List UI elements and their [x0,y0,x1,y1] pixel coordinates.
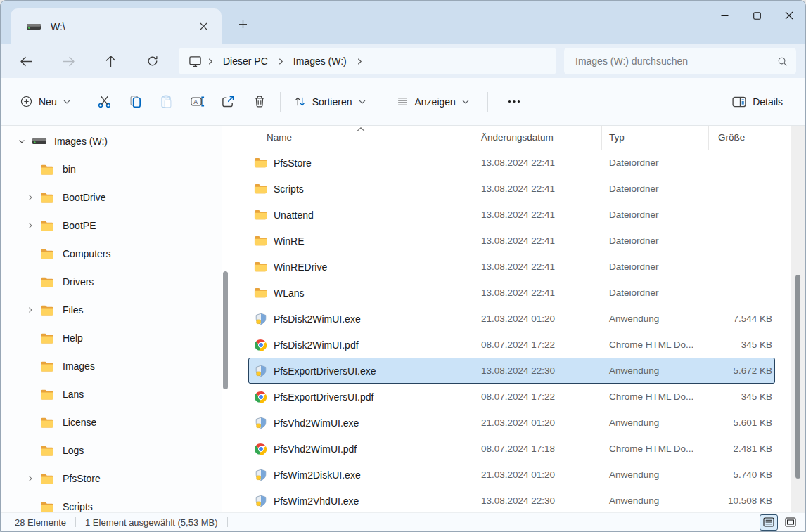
sidebar-item-label: Logs [63,445,84,456]
file-row-pfsdisk2wimui-exe[interactable]: PfsDisk2WimUI.exe21.03.2024 01:20Anwendu… [248,306,775,332]
file-type-cell: Chrome HTML Do... [602,443,709,454]
file-row-winre[interactable]: WinRE13.08.2024 22:41Dateiordner [248,228,775,254]
vertical-scrollbar-thumb[interactable] [795,275,800,479]
file-name-cell: WinREDrive [248,260,473,273]
copy-icon[interactable] [120,88,151,116]
chevron-right-icon[interactable] [272,58,289,65]
file-date-cell: 13.08.2024 22:30 [473,495,602,506]
explorer-tab[interactable]: W:\ [11,8,222,44]
sidebar-item-images[interactable]: Images [4,352,219,380]
vertical-scrollbar[interactable] [791,126,805,512]
details-pane-button[interactable]: Details [724,88,791,116]
toolbar: Neu A Sortieren [1,78,805,126]
file-row-pfsvhd2wimui-exe[interactable]: PfsVhd2WimUI.exe21.03.2024 01:20Anwendun… [248,410,775,436]
new-plus-icon [20,96,32,108]
file-row-winredrive[interactable]: WinREDrive13.08.2024 22:41Dateiordner [248,254,775,280]
sidebar-item-bootpe[interactable]: BootPE [4,212,219,240]
search-icon[interactable] [777,56,788,67]
file-row-wlans[interactable]: WLans13.08.2024 22:41Dateiordner [248,280,775,306]
new-button[interactable]: Neu [12,88,79,116]
sidebar-item-logs[interactable]: Logs [4,436,219,465]
view-button-label: Anzeigen [415,96,456,108]
chevron-right-icon[interactable] [20,474,40,483]
paste-icon[interactable] [151,88,182,116]
chevron-right-icon[interactable] [20,193,40,202]
forward-icon[interactable] [54,48,82,74]
sidebar-item-drivers[interactable]: Drivers [4,268,219,296]
exe-shield-icon [254,416,267,429]
sort-arrows-icon [294,96,306,108]
sidebar-item-computers[interactable]: Computers [4,240,219,268]
search-input[interactable] [574,55,777,67]
sidebar-item-help[interactable]: Help [4,324,219,352]
sidebar-scrollbar-thumb[interactable] [223,271,228,389]
sidebar-item-scripts[interactable]: Scripts [4,493,219,512]
refresh-icon[interactable] [139,48,167,74]
column-header-type[interactable]: Typ [602,126,709,150]
file-row-pfsstore[interactable]: PfsStore13.08.2024 22:41Dateiordner [248,150,775,176]
close-icon[interactable] [773,1,805,30]
maximize-icon[interactable] [741,1,773,30]
tab-close-icon[interactable] [193,17,213,37]
new-tab-button[interactable] [233,14,252,34]
file-row-pfsvhd2wimui-pdf[interactable]: PfsVhd2WimUI.pdf08.07.2024 17:18Chrome H… [248,436,775,462]
file-date-cell: 13.08.2024 22:41 [473,183,602,194]
back-icon[interactable] [12,48,40,74]
file-row-pfswim2vhdui-exe[interactable]: PfsWim2VhdUI.exe13.08.2024 22:30Anwendun… [248,488,775,512]
file-row-pfswim2diskui-exe[interactable]: PfsWim2DiskUI.exe21.03.2024 01:20Anwendu… [248,462,775,488]
chevron-right-icon[interactable] [202,58,219,65]
folder-icon [40,192,57,204]
cut-icon[interactable] [89,88,120,116]
sidebar-item-label: Lans [63,389,84,400]
minimize-icon[interactable] [708,1,741,30]
file-name: PfsVhd2WimUI.pdf [274,443,357,455]
file-size-cell: 2.481 KB [709,443,776,454]
tab-title: W:\ [51,21,193,32]
view-toggles [760,514,800,531]
chevron-right-icon[interactable] [351,58,368,65]
sidebar-scrollbar[interactable] [221,126,231,512]
view-button[interactable]: Anzeigen [388,88,478,116]
exe-shield-icon [254,364,267,377]
sidebar-item-label: Files [63,304,84,316]
chevron-right-icon[interactable] [20,221,40,230]
breadcrumb-dieser-pc[interactable]: Dieser PC [219,53,272,70]
this-pc-icon[interactable] [188,55,202,68]
file-row-unattend[interactable]: Unattend13.08.2024 22:41Dateiordner [248,202,775,228]
thumbnail-view-icon[interactable] [781,514,800,531]
sidebar-item-license[interactable]: License [4,408,219,436]
sidebar-item-bootdrive[interactable]: BootDrive [4,183,219,212]
file-row-scripts[interactable]: Scripts13.08.2024 22:41Dateiordner [248,176,775,202]
chevron-down-icon [359,100,366,104]
file-explorer-window: W:\ [0,0,806,532]
column-headers: Name Änderungsdatum Typ Größe [240,126,781,150]
sidebar-item-files[interactable]: Files [4,296,219,324]
column-header-date[interactable]: Änderungsdatum [473,126,602,150]
details-view-icon[interactable] [760,514,778,531]
file-size-cell: 10.508 KB [709,495,776,506]
file-row-pfsdisk2wimui-pdf[interactable]: PfsDisk2WimUI.pdf08.07.2024 17:22Chrome … [248,332,775,358]
breadcrumb-images-w[interactable]: Images (W:) [289,53,351,70]
file-size-cell: 5.740 KB [709,469,776,480]
delete-icon[interactable] [244,88,275,116]
sort-button[interactable]: Sortieren [286,88,374,116]
chevron-down-icon[interactable] [12,137,32,145]
more-options-icon[interactable] [499,88,530,116]
file-row-pfsexportdriversui-exe[interactable]: PfsExportDriversUI.exe13.08.2024 22:30An… [248,358,775,384]
sidebar-item-bin[interactable]: bin [4,155,219,183]
status-bar: 28 Elemente 1 Element ausgewählt (5,53 M… [1,512,805,531]
file-list: Name Änderungsdatum Typ Größe PfsStore13… [240,126,781,512]
file-date-cell: 13.08.2024 22:41 [473,235,602,246]
sidebar-item-images-w[interactable]: Images (W:) [4,127,219,155]
column-header-size[interactable]: Größe [709,126,776,150]
chevron-right-icon[interactable] [20,306,40,314]
folder-icon [40,220,57,232]
sidebar-item-pfsstore[interactable]: PfsStore [4,465,219,493]
file-name-cell: Unattend [248,208,473,221]
sidebar-item-lans[interactable]: Lans [4,380,219,408]
sidebar-item-label: BootDrive [63,192,105,203]
rename-icon[interactable]: A [182,88,213,116]
file-row-pfsexportdriversui-pdf[interactable]: PfsExportDriversUI.pdf08.07.2024 17:22Ch… [248,384,775,410]
up-icon[interactable] [96,48,124,74]
share-icon[interactable] [213,88,244,116]
